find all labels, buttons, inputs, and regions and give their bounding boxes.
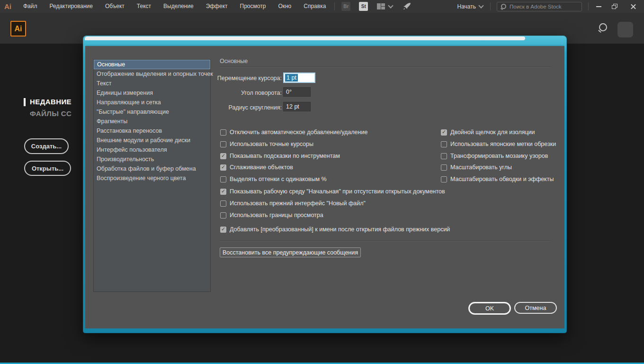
menu-item[interactable]: Текст: [131, 0, 157, 13]
checkbox-row[interactable]: Показывать рабочую среду "Начальная" при…: [220, 188, 445, 195]
checkbox-label: Добавлять [преобразованный] к имени посл…: [230, 226, 450, 233]
checkbox-row[interactable]: Использовать точные курсоры: [220, 140, 313, 148]
menubar-divider: [588, 2, 589, 10]
restore-button[interactable]: [607, 0, 622, 13]
checkbox-row[interactable]: Использовать границы просмотра: [220, 211, 323, 219]
menu-item[interactable]: Файл: [17, 0, 44, 13]
category-item[interactable]: Производительность: [94, 155, 210, 164]
stock-icon[interactable]: St: [359, 2, 368, 11]
checkbox-row[interactable]: Масштабировать углы: [441, 164, 512, 171]
start-menu[interactable]: Начать: [457, 3, 483, 10]
checkbox-row[interactable]: Показывать подсказки по инструментам: [220, 152, 340, 160]
sidebar-item-recent[interactable]: НЕДАВНИЕ: [30, 98, 72, 106]
checkbox-label: Показывать рабочую среду "Начальная" при…: [230, 188, 445, 195]
checkbox-icon[interactable]: [220, 176, 226, 182]
rotation-angle-label: Угол поворота:: [196, 90, 282, 96]
minimize-button[interactable]: [591, 0, 607, 13]
checkbox-row[interactable]: Трансформировать мозаику узоров: [441, 152, 548, 160]
category-item[interactable]: Основные: [94, 60, 210, 69]
category-item[interactable]: Фрагменты: [94, 117, 210, 126]
create-button[interactable]: Создать...: [24, 138, 69, 154]
menu-item[interactable]: Выделение: [157, 0, 200, 13]
category-item[interactable]: Единицы измерения: [94, 88, 210, 98]
dialog-titlebar[interactable]: [85, 36, 525, 40]
checkbox-icon[interactable]: [220, 129, 226, 136]
checkbox-icon[interactable]: [220, 141, 226, 147]
checkbox-label: Использовать японские метки обрезки: [450, 141, 556, 147]
menu-item[interactable]: Редактирование: [44, 0, 99, 13]
category-item[interactable]: Текст: [94, 79, 210, 88]
avatar[interactable]: [617, 22, 633, 37]
checkbox-icon[interactable]: [441, 176, 447, 182]
close-button[interactable]: [622, 0, 644, 13]
search-icon[interactable]: [599, 23, 607, 31]
checkbox-label: Двойной щелчок для изоляции: [450, 129, 535, 136]
checkbox-row[interactable]: Отключить автоматическое добавление/удал…: [220, 128, 367, 136]
menu-bar: Ai ФайлРедактированиеОбъектТекстВыделени…: [0, 0, 644, 13]
checkbox-row[interactable]: Добавлять [преобразованный] к имени посл…: [220, 226, 450, 233]
workspace-switcher-icon[interactable]: [377, 3, 385, 9]
cursor-key-label: Перемещение курсора:: [196, 75, 282, 82]
reset-warnings-button[interactable]: Восстановить все предупреждающие сообщен…: [220, 247, 361, 257]
chevron-down-icon: [478, 3, 483, 8]
illustrator-logo-icon: Ai: [4, 2, 11, 10]
checkbox-row[interactable]: Использовать японские метки обрезки: [441, 140, 556, 148]
checkbox-label: Показывать подсказки по инструментам: [230, 153, 340, 159]
rocket-icon[interactable]: [403, 2, 411, 10]
checkbox-icon[interactable]: [220, 164, 226, 171]
divider: [220, 66, 550, 67]
checkbox-row[interactable]: Двойной щелчок для изоляции: [441, 128, 535, 136]
ok-button[interactable]: OK: [468, 302, 511, 315]
restore-icon: [612, 4, 617, 9]
sidebar-item-cc-files[interactable]: ФАЙЛЫ CC: [30, 109, 72, 118]
search-placeholder: Поиск в Adobe Stock: [510, 4, 562, 9]
open-button[interactable]: Открыть...: [24, 161, 71, 176]
checkbox-label: Масштабировать углы: [450, 164, 512, 171]
checkbox-label: Трансформировать мозаику узоров: [450, 153, 548, 159]
category-item[interactable]: Внешние модули и рабочие диски: [94, 136, 210, 145]
checkbox-icon[interactable]: [220, 200, 226, 207]
checkbox-icon[interactable]: [220, 212, 226, 218]
corner-radius-input[interactable]: 12 pt: [283, 102, 311, 111]
cursor-key-input[interactable]: 1 pt: [283, 73, 315, 83]
panel-title: Основные: [220, 58, 248, 64]
search-icon: [501, 4, 506, 9]
category-item[interactable]: "Быстрые" направляющие: [94, 107, 210, 117]
menu-item[interactable]: Эффект: [200, 0, 234, 13]
checkbox-row[interactable]: Сглаживание объектов: [220, 164, 293, 171]
checkbox-icon[interactable]: [220, 189, 226, 195]
category-item[interactable]: Направляющие и сетка: [94, 98, 210, 107]
menubar-divider: [334, 2, 335, 10]
checkbox-row[interactable]: Использовать прежний интерфейс "Новый фа…: [220, 200, 366, 207]
checkbox-icon[interactable]: [441, 164, 447, 171]
category-item[interactable]: Расстановка переносов: [94, 126, 210, 136]
illustrator-app-icon: Ai: [10, 21, 26, 36]
category-item[interactable]: Воспроизведение черного цвета: [94, 173, 210, 183]
category-item[interactable]: Обработка файлов и буфер обмена: [94, 164, 210, 173]
bridge-icon[interactable]: Br: [341, 2, 350, 11]
checkbox-icon[interactable]: [220, 153, 226, 159]
menu-item[interactable]: Окно: [272, 0, 297, 13]
checkbox-label: Использовать прежний интерфейс "Новый фа…: [230, 200, 366, 207]
checkbox-label: Сглаживание объектов: [230, 164, 293, 171]
checkbox-label: Отключить автоматическое добавление/удал…: [230, 129, 367, 136]
menu-item[interactable]: Объект: [99, 0, 131, 13]
rotation-angle-input[interactable]: 0°: [283, 87, 311, 97]
checkbox-label: Использовать границы просмотра: [230, 212, 323, 218]
checkbox-icon[interactable]: [220, 227, 226, 233]
checkbox-icon[interactable]: [441, 141, 447, 147]
checkbox-icon[interactable]: [441, 129, 447, 136]
adobe-stock-search-input[interactable]: Поиск в Adobe Stock: [497, 2, 582, 11]
menu-item[interactable]: Просмотр: [234, 0, 272, 13]
start-label[interactable]: Начать: [457, 3, 476, 10]
checkbox-icon[interactable]: [441, 153, 447, 159]
category-item[interactable]: Отображение выделения и опорных точек: [94, 69, 210, 79]
cancel-button[interactable]: Отмена: [514, 302, 557, 314]
menubar-divider: [490, 2, 491, 10]
checkbox-row[interactable]: Выделять оттенки с одинаковым %: [220, 175, 327, 183]
category-item[interactable]: Интерфейс пользователя: [94, 145, 210, 155]
chevron-down-icon[interactable]: [388, 3, 394, 8]
checkbox-row[interactable]: Масштабировать обводки и эффекты: [441, 175, 554, 183]
menu-item[interactable]: Справка: [297, 0, 332, 13]
checkbox-label: Выделять оттенки с одинаковым %: [230, 176, 327, 182]
